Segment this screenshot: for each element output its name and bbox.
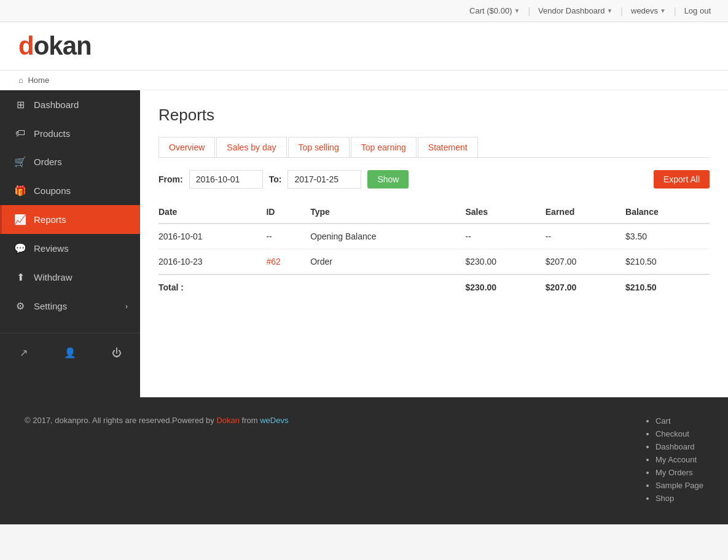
sidebar: ⊞ Dashboard 🏷 Products 🛒 Orders 🎁 Coupon… (0, 90, 140, 397)
sidebar-label-dashboard: Dashboard (34, 99, 79, 110)
footer-wedevs-link[interactable]: weDevs (260, 416, 288, 425)
total-label: Total : (159, 274, 266, 300)
col-header-earned: Earned (546, 201, 625, 224)
sidebar-bottom: ↗ 👤 ⏻ (0, 333, 140, 366)
footer-link-item: Sample Page (656, 480, 703, 490)
cell-type: Opening Balance (310, 224, 465, 249)
report-table: Date ID Type Sales Earned Balance 2016-1… (159, 201, 710, 300)
cell-earned: $207.00 (546, 249, 625, 275)
to-date-input[interactable] (288, 170, 361, 189)
sidebar-label-orders: Orders (34, 157, 62, 167)
cell-sales: -- (466, 224, 546, 249)
vendor-caret: ▼ (606, 7, 613, 14)
from-date-input[interactable] (189, 170, 263, 189)
col-header-date: Date (159, 201, 266, 224)
sidebar-item-withdraw[interactable]: ⬆ Withdraw (0, 263, 140, 292)
cell-earned: -- (546, 224, 625, 249)
sidebar-item-reviews[interactable]: 💬 Reviews (0, 234, 140, 263)
total-id (266, 274, 310, 300)
sidebar-item-orders[interactable]: 🛒 Orders (0, 147, 140, 176)
footer-link-item: Shop (656, 493, 703, 503)
footer-link[interactable]: Sample Page (656, 481, 703, 490)
tab-overview[interactable]: Overview (159, 137, 215, 157)
sidebar-external-button[interactable]: ↗ (0, 340, 47, 366)
from-label: From: (159, 174, 183, 184)
sidebar-item-dashboard[interactable]: ⊞ Dashboard (0, 90, 140, 119)
settings-chevron: › (125, 302, 128, 311)
sidebar-power-button[interactable]: ⏻ (93, 340, 140, 366)
total-sales: $230.00 (466, 274, 546, 300)
sidebar-item-reports[interactable]: 📈 Reports (0, 205, 140, 234)
tab-sales-by-day[interactable]: Sales by day (216, 137, 286, 157)
user-menu-button[interactable]: wedevs ▼ (626, 6, 671, 15)
tab-statement[interactable]: Statement (418, 137, 478, 157)
sidebar-label-reports: Reports (34, 214, 66, 225)
sidebar-label-coupons: Coupons (34, 185, 71, 196)
footer-link[interactable]: My Orders (656, 468, 693, 477)
cell-balance: $3.50 (625, 224, 710, 249)
total-type (310, 274, 465, 300)
sidebar-user-button[interactable]: 👤 (47, 340, 93, 366)
user-label: wedevs (631, 6, 658, 15)
sidebar-label-withdraw: Withdraw (34, 272, 72, 282)
cell-balance: $210.50 (625, 249, 710, 275)
footer-link[interactable]: Shop (656, 494, 674, 503)
user-icon: 👤 (64, 347, 76, 359)
site-footer: © 2017, dokanpro. All rights are reserve… (0, 397, 728, 524)
user-caret: ▼ (660, 7, 666, 14)
table-row: 2016-10-01--Opening Balance----$3.50 (159, 224, 710, 249)
home-icon: ⌂ (18, 76, 23, 85)
cell-id[interactable]: #62 (266, 249, 310, 275)
footer-link-item: Checkout (656, 429, 703, 438)
table-row: 2016-10-23#62Order$230.00$207.00$210.50 (159, 249, 710, 275)
sidebar-item-products[interactable]: 🏷 Products (0, 119, 140, 147)
to-label: To: (269, 174, 282, 184)
cell-id: -- (266, 224, 310, 249)
content-area: Reports Overview Sales by day Top sellin… (140, 90, 728, 397)
col-header-id: ID (266, 201, 310, 224)
sidebar-item-settings[interactable]: ⚙ Settings › (0, 292, 140, 321)
page-title: Reports (159, 106, 710, 125)
cart-caret: ▼ (514, 7, 520, 14)
sidebar-label-products: Products (34, 128, 70, 139)
footer-link-item: My Account (656, 454, 703, 464)
cart-label: Cart ($0.00) (469, 6, 512, 15)
col-header-type: Type (310, 201, 465, 224)
withdraw-icon: ⬆ (14, 271, 26, 283)
sidebar-item-coupons[interactable]: 🎁 Coupons (0, 176, 140, 205)
footer-link-item: My Orders (656, 467, 703, 477)
coupons-icon: 🎁 (14, 185, 26, 196)
export-all-button[interactable]: Export All (654, 170, 710, 189)
footer-link[interactable]: My Account (656, 455, 697, 464)
logout-label: Log out (684, 6, 711, 15)
col-header-balance: Balance (625, 201, 710, 224)
logo-d: d (18, 31, 34, 60)
reviews-icon: 💬 (14, 243, 26, 254)
total-earned: $207.00 (546, 274, 625, 300)
tab-top-selling[interactable]: Top selling (288, 137, 350, 157)
main-layout: ⊞ Dashboard 🏷 Products 🛒 Orders 🎁 Coupon… (0, 90, 728, 397)
footer-link[interactable]: Cart (656, 416, 671, 426)
table-total-row: Total :$230.00$207.00$210.50 (159, 274, 710, 300)
cell-type: Order (310, 249, 465, 275)
tabs: Overview Sales by day Top selling Top ea… (159, 137, 710, 158)
cart-button[interactable]: Cart ($0.00) ▼ (464, 6, 525, 15)
logout-button[interactable]: Log out (679, 6, 716, 15)
power-icon: ⏻ (112, 348, 122, 359)
topbar: Cart ($0.00) ▼ | Vendor Dashboard ▼ | we… (0, 0, 728, 22)
footer-link[interactable]: Dashboard (656, 442, 695, 451)
cell-date: 2016-10-23 (159, 249, 266, 275)
footer-copyright: © 2017, dokanpro. All rights are reserve… (25, 416, 288, 425)
vendor-dashboard-button[interactable]: Vendor Dashboard ▼ (533, 6, 617, 15)
site-logo: dokan (18, 31, 710, 61)
footer-dokan-link[interactable]: Dokan (216, 416, 240, 425)
footer-link[interactable]: Checkout (656, 429, 689, 438)
orders-icon: 🛒 (14, 156, 26, 168)
tab-top-earning[interactable]: Top earning (351, 137, 417, 157)
col-header-sales: Sales (466, 201, 546, 224)
date-filter: From: To: Show Export All (159, 170, 710, 189)
cell-date: 2016-10-01 (159, 224, 266, 249)
breadcrumb-home[interactable]: Home (28, 76, 49, 85)
show-button[interactable]: Show (367, 170, 409, 189)
dashboard-icon: ⊞ (14, 99, 26, 111)
